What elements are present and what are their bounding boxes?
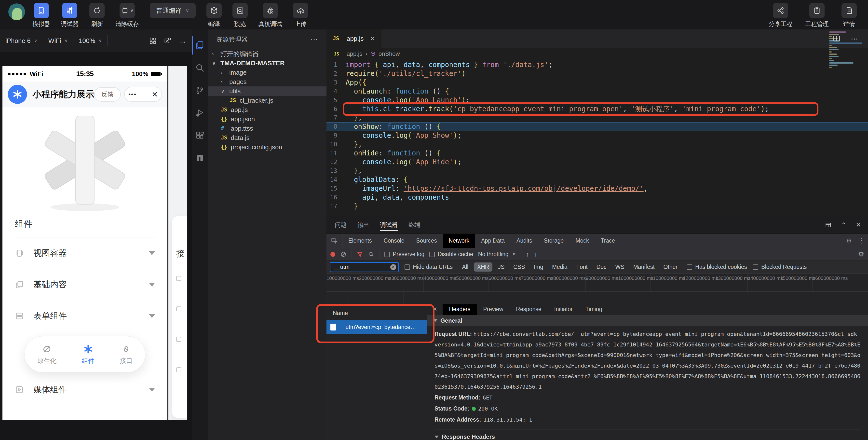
close-icon[interactable]: ✕ (152, 90, 158, 99)
phone-tab-原生化[interactable]: 原生化 (37, 344, 57, 365)
minimap[interactable] (829, 31, 866, 69)
blocked-requests-checkbox[interactable]: Blocked Requests (753, 264, 807, 270)
panel-tab-输出[interactable]: 输出 (358, 216, 369, 234)
toolbar-button-refresh[interactable] (89, 3, 104, 18)
component-group-row[interactable]: 表单组件 (2, 300, 167, 332)
zoom-select[interactable]: 100%∨ (73, 29, 107, 52)
restore-panel-icon[interactable] (825, 222, 832, 228)
file-tree-item-app.json[interactable]: {}app.json (208, 114, 327, 124)
general-section-header[interactable]: General (427, 315, 868, 326)
more-icon[interactable]: ••• (128, 91, 136, 98)
toolbar-button-project-manage[interactable] (809, 3, 825, 18)
toolbar-button-clear-cache[interactable]: ∨ (120, 3, 135, 18)
devtools-tab-sources[interactable]: Sources (410, 234, 442, 248)
more-icon[interactable]: ⋯ (311, 35, 318, 44)
user-avatar[interactable] (8, 3, 25, 20)
record-button[interactable] (331, 252, 335, 257)
network-filter-chip-ws[interactable]: WS (612, 262, 628, 271)
file-tree-item-image[interactable]: ›image (208, 68, 327, 77)
toolbar-button-upload[interactable] (293, 3, 308, 18)
has-blocked-cookies-checkbox[interactable]: Has blocked cookies (687, 264, 747, 270)
panel-tab-终端[interactable]: 终端 (408, 216, 420, 234)
network-filter-chip-xhr[interactable]: XHR (474, 262, 493, 271)
network-select[interactable]: WiFi∨ (43, 29, 73, 52)
filter-icon[interactable] (357, 251, 363, 258)
filter-input[interactable] (330, 262, 399, 272)
activity-item-search[interactable] (192, 56, 208, 79)
chevron-up-icon[interactable]: ⌃ (841, 221, 846, 229)
file-tree-item-pages[interactable]: ›pages (208, 77, 327, 86)
network-filter-chip-font[interactable]: Font (573, 262, 591, 271)
network-overview-timeline[interactable]: 100000000 ms200000000 ms300000000 ms4000… (327, 273, 868, 291)
code-area[interactable]: 1import { api, data, components } from '… (327, 60, 868, 211)
details-tab-preview[interactable]: Preview (477, 304, 509, 315)
network-filter-chip-other[interactable]: Other (660, 262, 681, 271)
phone-tab-接口[interactable]: 接口 (120, 344, 132, 365)
breadcrumb[interactable]: JS app.js › onShow (327, 48, 868, 60)
details-tab-response[interactable]: Response (509, 304, 548, 315)
component-group-row[interactable]: 媒体组件 (2, 374, 167, 405)
toolbar-button-preview[interactable] (232, 3, 248, 18)
devtools-tab-storage[interactable]: Storage (538, 234, 570, 248)
grid-layout-icon[interactable] (149, 37, 157, 45)
activity-item-extensions[interactable] (192, 124, 208, 147)
device-select[interactable]: iPhone 6∨ (0, 29, 43, 52)
file-tree-item-cl_tracker.js[interactable]: JScl_tracker.js (208, 96, 327, 105)
toolbar-button-simulator[interactable] (34, 3, 49, 18)
network-filter-chip-all[interactable]: All (459, 262, 472, 271)
devtools-tab-audits[interactable]: Audits (510, 234, 538, 248)
throttling-select[interactable]: No throttling▼ (478, 251, 516, 258)
file-tree-item-project.config.json[interactable]: {}project.config.json (208, 142, 327, 152)
disable-cache-checkbox[interactable]: Disable cache (429, 251, 473, 258)
search-icon[interactable] (368, 251, 374, 258)
panel-tab-调试器[interactable]: 调试器 (380, 216, 398, 234)
file-tree-item-app.js[interactable]: JSapp.js (208, 105, 327, 114)
devtools-tab-elements[interactable]: Elements (342, 234, 378, 248)
activity-item-source-control[interactable] (192, 79, 208, 101)
network-filter-chip-img[interactable]: Img (530, 262, 547, 271)
screenshot-icon[interactable] (164, 37, 171, 45)
component-group-row[interactable]: 基础内容 (2, 269, 167, 300)
gear-icon[interactable]: ⚙ (846, 237, 852, 244)
close-icon[interactable]: ✕ (856, 221, 861, 229)
details-tab-initiator[interactable]: Initiator (548, 304, 579, 315)
devtools-tab-console[interactable]: Console (378, 234, 410, 248)
devtools-tab-network[interactable]: Network (443, 234, 475, 248)
export-har-icon[interactable]: ↓ (534, 251, 537, 258)
toolbar-button-share-project[interactable] (773, 3, 788, 18)
clear-icon[interactable] (340, 251, 347, 258)
network-filter-chip-js[interactable]: JS (494, 262, 508, 271)
preserve-log-checkbox[interactable]: Preserve log (384, 251, 425, 258)
capsule-menu[interactable]: ••• ✕ (124, 87, 162, 102)
details-tab-timing[interactable]: Timing (579, 304, 609, 315)
detach-arrow-icon[interactable]: → (179, 36, 187, 46)
import-har-icon[interactable]: ↑ (526, 251, 529, 258)
network-filter-chip-css[interactable]: CSS (510, 262, 528, 271)
devtools-tab-mock[interactable]: Mock (569, 234, 595, 248)
network-filter-chip-manifest[interactable]: Manifest (630, 262, 658, 271)
project-root-folder[interactable]: ∨ TMA-DEMO-MASTER (208, 58, 327, 68)
response-headers-header[interactable]: Response Headers (434, 430, 861, 440)
feedback-button[interactable]: 反馈 (94, 87, 121, 101)
component-group-row[interactable]: 视图容器 (2, 237, 167, 269)
file-tree-item-data.js[interactable]: JSdata.js (208, 133, 327, 142)
phone-tab-组件[interactable]: 组件 (82, 344, 94, 365)
toolbar-button-detail[interactable] (841, 3, 857, 18)
open-editors-section[interactable]: › 打开的编辑器 (208, 49, 327, 58)
devtools-tab-app-data[interactable]: App Data (475, 234, 510, 248)
toolbar-button-compile-mode[interactable]: 普通编译∨ (150, 3, 196, 18)
close-icon[interactable]: ✕ (370, 35, 375, 42)
toolbar-button-device-debug[interactable] (263, 3, 278, 18)
editor-tab-appjs[interactable]: JS app.js ✕ (327, 29, 381, 48)
kebab-menu-icon[interactable]: ⋮ (858, 237, 865, 244)
activity-item-debug[interactable] (192, 101, 208, 124)
toolbar-button-compile[interactable] (207, 3, 222, 18)
file-tree-item-utils[interactable]: ∨utils (208, 86, 327, 96)
inspect-cursor-icon[interactable] (327, 234, 342, 248)
panel-tab-问题[interactable]: 问题 (335, 216, 347, 234)
toolbar-button-debugger[interactable] (62, 3, 77, 18)
network-filter-chip-doc[interactable]: Doc (593, 262, 610, 271)
devtools-tab-trace[interactable]: Trace (595, 234, 621, 248)
hide-data-urls-checkbox[interactable]: Hide data URLs (405, 264, 453, 270)
network-filter-chip-media[interactable]: Media (549, 262, 571, 271)
